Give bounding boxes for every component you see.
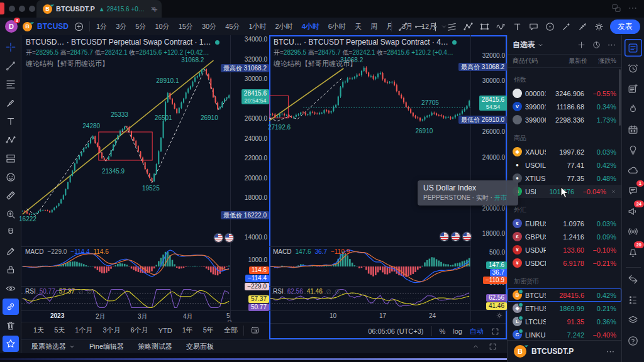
object-tree-icon[interactable] — [625, 312, 642, 329]
timeframe-周[interactable]: 周 — [366, 22, 382, 31]
watchlist-row-399001[interactable]: V39900111186.680.34% — [508, 100, 621, 113]
bottom-tab-2[interactable]: Pine编辑器 — [89, 342, 124, 351]
add-symbol-icon[interactable] — [74, 21, 84, 32]
right-chart-title[interactable]: BTCU… · BTCUSDT Perpetual Swap Contract … — [274, 38, 457, 47]
text-tool-icon[interactable] — [3, 113, 19, 129]
wave-icon[interactable] — [496, 21, 506, 32]
watchlist-row-USOIL[interactable]: ●USOIL77.410.42% — [508, 158, 621, 172]
percent-scale-button[interactable]: % — [440, 327, 446, 335]
left-macd-label[interactable]: MACD−229.0−114.4114.6 — [25, 248, 109, 255]
measure-icon[interactable] — [577, 21, 588, 32]
remove-symbol-icon[interactable] — [611, 189, 616, 194]
horizontal-ray-icon[interactable] — [414, 21, 425, 32]
sync-drawings-icon[interactable] — [3, 299, 19, 315]
timeframe-30分[interactable]: 30分 — [197, 22, 221, 31]
add-symbol-button[interactable] — [577, 40, 586, 50]
watchlist-row-LINKUSDT.P[interactable]: CLINKUSDT.P7.242−0.40% — [508, 328, 621, 341]
watchlist-row-XTIUSD[interactable]: ●XTIUSD77.350.48% — [508, 172, 621, 185]
left-price-axis[interactable]: 34000.032000.030000.026000.024000.022000… — [230, 35, 270, 322]
minds-icon[interactable] — [625, 162, 642, 179]
callout-icon[interactable] — [528, 21, 539, 32]
window-layout-icon[interactable] — [611, 3, 621, 13]
notifications-icon[interactable]: 20 — [625, 243, 642, 261]
brush-icon[interactable] — [3, 95, 19, 111]
crosshair-icon[interactable] — [3, 39, 19, 55]
watchlist-row-LTCUSDT.P[interactable]: LLTCUSDT.P91.350.36% — [508, 315, 621, 328]
lock-all-icon[interactable] — [3, 261, 19, 278]
ellipse-icon[interactable] — [545, 21, 555, 32]
browser-tab[interactable]: B BTCUSDT.P ▲ 28415.6 +0… × — [36, 0, 162, 18]
settings-icon[interactable] — [594, 21, 604, 32]
help-icon[interactable] — [625, 332, 642, 349]
avatar[interactable]: D3 — [5, 20, 18, 33]
range-3个月[interactable]: 3个月 — [98, 326, 125, 335]
journal-icon[interactable] — [625, 80, 642, 97]
text-icon[interactable] — [512, 21, 523, 32]
timeframe-1分[interactable]: 1分 — [92, 22, 111, 31]
left-study-title[interactable]: 缠论结构【鲜哥用缠说币】 — [26, 59, 219, 69]
vertical-line-icon[interactable] — [430, 21, 441, 32]
alerts-icon[interactable] — [625, 60, 642, 77]
hide-all-icon[interactable] — [3, 280, 19, 297]
edit-icon[interactable] — [3, 243, 19, 260]
maximize-panel-icon[interactable] — [489, 343, 497, 351]
symbol-detail-header[interactable]: B BTCUSDT.P — [508, 340, 621, 362]
range-YTD[interactable]: YTD — [154, 327, 177, 334]
trend-line-tool-icon[interactable] — [3, 58, 19, 74]
timeframe-4小时[interactable]: 4小时 — [297, 22, 324, 31]
timeframe-5分[interactable]: 5分 — [131, 22, 150, 31]
watchlist-title[interactable]: 自选表 — [513, 40, 544, 50]
watchlist-more-icon[interactable] — [607, 40, 616, 50]
favorites-icon[interactable] — [3, 336, 19, 352]
right-macd-label[interactable]: MACD147.636.7−110.9 — [273, 248, 350, 255]
magic-wand-icon[interactable] — [561, 21, 572, 32]
timeframe-2小时[interactable]: 2小时 — [271, 22, 297, 31]
trend-line-icon[interactable] — [397, 21, 408, 32]
watchlist-row-000001[interactable]: 000001D3246.906−0.55% — [508, 87, 621, 100]
log-scale-button[interactable]: log — [453, 327, 462, 335]
trade-panel-icon[interactable] — [625, 271, 642, 288]
timeframe-10分[interactable]: 10分 — [150, 22, 174, 31]
polyline-icon[interactable] — [463, 21, 474, 32]
remove-drawings-icon[interactable] — [3, 317, 19, 334]
watchlist-row-GBPUSD[interactable]: £GBPUSD1.24160.09% — [508, 230, 621, 243]
range-5天[interactable]: 5天 — [50, 326, 69, 335]
hotlists-icon[interactable] — [625, 101, 642, 118]
timeframe-15分[interactable]: 15分 — [174, 22, 197, 31]
right-time-axis[interactable]: 101724 — [269, 310, 507, 322]
collapse-panel-icon[interactable] — [472, 343, 480, 351]
window-control[interactable] — [29, 6, 35, 12]
fullscreen-icon[interactable] — [491, 327, 499, 336]
watchlist-row-EURUSD[interactable]: €EURUSD1.09760.03% — [508, 217, 621, 230]
xabcd-pattern-icon[interactable] — [3, 132, 19, 148]
left-rsi-label[interactable]: RSI50.7757.37∅∅ — [25, 288, 92, 295]
watchlist-row-USDCNY[interactable]: ¥USDCNY6.9178−0.21% — [508, 256, 621, 270]
window-control[interactable] — [19, 6, 25, 12]
auto-scale-button[interactable]: 自动 — [470, 327, 484, 336]
range-6个月[interactable]: 6个月 — [126, 326, 153, 335]
emoji-icon[interactable] — [3, 169, 19, 185]
window-control[interactable] — [9, 6, 15, 12]
pane-settings-icon[interactable] — [496, 312, 503, 319]
go-to-date-icon[interactable] — [250, 326, 260, 335]
ideas-icon[interactable] — [625, 141, 642, 159]
streams-icon[interactable]: 24 — [625, 202, 642, 220]
fib-retracement-icon[interactable] — [3, 76, 19, 92]
symbol-search-button[interactable]: BTCUSD — [37, 22, 69, 31]
range-全部[interactable]: 全部 — [219, 326, 242, 335]
magnet-icon[interactable] — [3, 224, 19, 241]
left-chart-title[interactable]: BTCUSD… · BTCUSDT Perpetual Swap Contrac… — [26, 38, 219, 47]
range-1个月[interactable]: 1个月 — [70, 326, 97, 335]
parallel-channel-icon[interactable] — [447, 21, 457, 32]
publish-button[interactable]: 发表 — [610, 19, 640, 34]
right-price-axis[interactable]: 32000.030000.026000.024000.020000.018000… — [470, 35, 508, 322]
broadcast-icon[interactable] — [625, 223, 642, 241]
more-icon[interactable] — [628, 3, 638, 13]
rectangle-icon[interactable] — [479, 21, 490, 32]
watchlist-row-ETHUSDT.P[interactable]: ◆ETHUSDT.P1869.990.21% — [508, 302, 621, 315]
timeframe-6小时[interactable]: 6小时 — [324, 22, 350, 31]
watchlist-row-BTCUSDT.P[interactable]: BBTCUSDT.P28415.60.42% — [508, 288, 621, 302]
heatmap-icon[interactable] — [592, 40, 601, 50]
watchlist-row-399006[interactable]: 3990062298.3361.73% — [508, 113, 621, 126]
range-1天[interactable]: 1天 — [29, 326, 48, 335]
